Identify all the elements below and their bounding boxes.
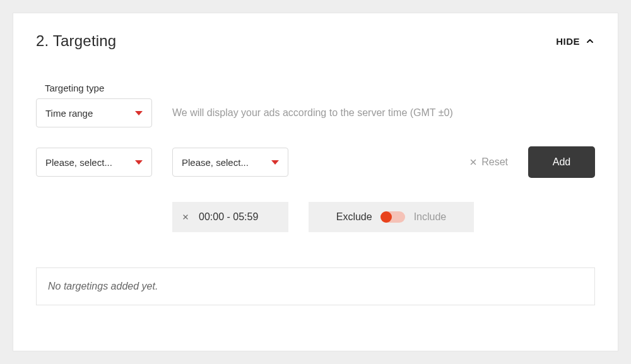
time-from-dropdown[interactable]: Please, select... [36,148,152,177]
caret-down-icon [135,160,143,165]
caret-down-icon [271,160,279,165]
caret-down-icon [135,111,143,115]
hide-label: HIDE [556,36,580,47]
time-from-placeholder: Please, select... [45,157,112,168]
toggle-knob [380,211,392,223]
add-button[interactable]: Add [528,146,595,178]
time-range-row: Please, select... Please, select... Rese… [36,146,595,178]
include-label: Include [414,211,447,223]
targeting-type-label: Targeting type [45,83,595,93]
empty-state-box: No targetings added yet. [36,267,595,305]
targeting-help-text: We will display your ads according to th… [172,107,453,119]
selection-row: 00:00 - 05:59 Exclude Include [172,202,595,232]
time-to-dropdown[interactable]: Please, select... [172,148,288,177]
chevron-up-icon [585,36,595,46]
hide-toggle-button[interactable]: HIDE [556,36,595,47]
section-header: 2. Targeting HIDE [36,32,595,50]
close-icon [182,213,189,221]
section-title: 2. Targeting [36,32,116,50]
include-exclude-toggle[interactable] [381,211,405,223]
targeting-type-selected: Time range [45,108,93,119]
chip-range-text: 00:00 - 05:59 [199,211,258,223]
close-icon [469,158,478,167]
time-to-placeholder: Please, select... [182,157,249,168]
empty-state-message: No targetings added yet. [48,281,158,291]
targeting-card: 2. Targeting HIDE Targeting type Time ra… [13,13,618,351]
targeting-type-row: Time range We will display your ads acco… [36,98,595,127]
exclude-label: Exclude [336,211,372,223]
time-range-chip: 00:00 - 05:59 [172,202,288,232]
reset-button[interactable]: Reset [469,156,508,168]
include-exclude-toggle-box: Exclude Include [309,202,474,232]
targeting-type-dropdown[interactable]: Time range [36,98,152,127]
reset-label: Reset [481,156,508,168]
chip-remove-button[interactable] [181,213,190,221]
